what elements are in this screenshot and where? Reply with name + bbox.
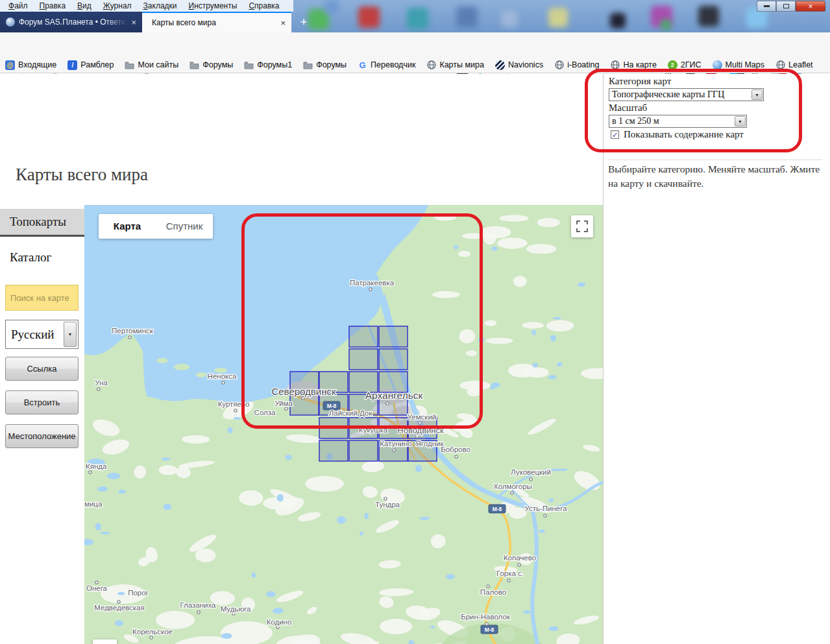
bookmark-2гис[interactable]: 22ГИС (668, 60, 702, 70)
menu-item-журнал[interactable]: Журнал (97, 1, 138, 10)
map-clearing (156, 611, 195, 629)
map-clearing (497, 237, 528, 248)
bookmark-i-boating[interactable]: i-Boating (554, 60, 599, 70)
bookmark-входящие[interactable]: @Входящие (5, 60, 56, 70)
map-lake (221, 633, 232, 639)
scale-select[interactable]: в 1 см 250 м ▼ (609, 115, 747, 128)
map-tile[interactable] (349, 372, 378, 392)
sidebar-button-встроить[interactable]: Встроить (5, 390, 79, 414)
map-place-label: Лайский Док (329, 409, 373, 417)
chevron-down-icon[interactable]: ▼ (735, 116, 746, 126)
map-place-label: Кодино (267, 618, 292, 626)
bookmark-форумы[interactable]: Форумы (189, 60, 233, 70)
bookmark-карты-мира[interactable]: Карты мира (426, 60, 484, 70)
sidebar-tab-topokarty[interactable]: Топокарты (0, 209, 84, 237)
bookmark-форумы1[interactable]: Форумы1 (244, 60, 292, 70)
map-place-label: Медведевская (94, 604, 144, 612)
map-place-label: Пертоминск (112, 327, 154, 335)
bookmark-рамблер[interactable]: /Рамблер (67, 60, 114, 70)
map-lake (548, 499, 554, 503)
map-canvas[interactable]: М-8М-8М-8ПатракеевкаПертоминскУнаНенокса… (84, 205, 603, 644)
map-clearing (465, 350, 476, 356)
maximize-button[interactable] (776, 1, 796, 12)
map-lake (115, 620, 123, 626)
map-tile[interactable] (349, 440, 378, 461)
map-place-label: Холмогоры (493, 483, 532, 490)
menu-item-файл[interactable]: Файл (3, 1, 34, 10)
category-select[interactable]: Топографические карты ГГЦ ▼ (609, 88, 764, 101)
menu-item-правка[interactable]: Правка (34, 1, 72, 10)
map-lake (491, 246, 497, 250)
map-tile[interactable] (349, 349, 378, 370)
window-controls: × (757, 1, 825, 12)
map-lake (360, 532, 363, 536)
tab-close-icon[interactable]: × (131, 18, 136, 27)
map-clearing (221, 621, 273, 644)
menu-item-инструменты[interactable]: Инструменты (183, 1, 243, 10)
map-lake (277, 494, 284, 502)
map-tile[interactable] (319, 418, 348, 438)
map-tile[interactable] (379, 349, 408, 370)
map-type-karta-button[interactable]: Карта (99, 214, 156, 239)
sidebar-button-ссылка[interactable]: Ссылка (5, 357, 79, 381)
map-place-dot (128, 336, 131, 339)
language-select[interactable]: Русский ▼ (5, 320, 79, 349)
map-lake (107, 473, 120, 479)
map-lake (446, 574, 454, 579)
new-tab-button[interactable]: + (295, 14, 312, 30)
map-place-dot (285, 407, 287, 410)
map-clearing (486, 338, 513, 344)
menu-item-вид[interactable]: Вид (71, 1, 97, 10)
map-lake (532, 329, 536, 335)
map-place-label: Брин-Наволок (461, 613, 511, 621)
bookmark-leaflet[interactable]: Leaflet (775, 60, 813, 70)
map-tile[interactable] (349, 326, 378, 347)
search-on-map-button[interactable]: Поиск на карте (5, 285, 79, 311)
bookmark-label: Карты мира (439, 60, 484, 69)
map-container[interactable]: Карта Спутник + − Google Картографически… (84, 205, 603, 644)
bookmark-label: Multi Maps (726, 60, 764, 69)
close-button[interactable]: × (796, 1, 825, 12)
map-place-dot (487, 585, 489, 588)
map-place-dot (197, 611, 200, 614)
road-badge-label: М-8 (327, 403, 337, 409)
bookmark-multi-maps[interactable]: Multi Maps (713, 60, 764, 70)
road-badge-label: М-8 (485, 626, 494, 633)
bookmark-переводчик[interactable]: GПереводчик (358, 60, 415, 70)
map-place-dot (485, 623, 488, 625)
bookmark-мои-сайты[interactable]: Мои сайты (125, 60, 178, 70)
map-tile[interactable] (379, 326, 408, 347)
bookmark-navionics[interactable]: Navionics (495, 60, 543, 70)
chevron-down-icon[interactable]: ▼ (64, 322, 77, 347)
map-lake (415, 465, 422, 472)
map-type-sputnik-button[interactable]: Спутник (156, 214, 213, 239)
tab-karty-vsego-mira[interactable]: Карты всего мира × (142, 12, 291, 32)
chevron-down-icon[interactable]: ▼ (751, 89, 763, 100)
sidebar-link-catalog[interactable]: Каталог (10, 250, 51, 265)
map-place-dot (530, 478, 532, 481)
map-lake (419, 517, 430, 520)
menu-item-закладки[interactable]: Закладки (138, 1, 183, 10)
menu-item-справка[interactable]: Справка (243, 1, 285, 10)
sphere-icon (713, 60, 722, 70)
tab-forum-sas-planeta[interactable]: Форум SAS.Планета • Ответит × (0, 12, 142, 32)
map-place-label: Уйма (275, 400, 293, 407)
sidebar-button-местоположение[interactable]: Местоположение (5, 424, 79, 448)
map-clearing (537, 218, 560, 227)
zoom-in-button[interactable]: + (93, 639, 117, 644)
bookmark-форумы[interactable]: Форумы (303, 60, 347, 70)
tab-close-icon[interactable]: × (280, 18, 286, 28)
bookmark-на-карте[interactable]: На карте (610, 60, 656, 70)
language-value: Русский (6, 328, 62, 342)
map-lake (266, 591, 275, 597)
map-tile[interactable] (379, 372, 408, 392)
bookmark-label: На карте (623, 60, 656, 69)
map-islet (196, 372, 206, 377)
show-map-contents-checkbox[interactable]: ✓ (611, 130, 619, 139)
map-lake (539, 530, 545, 533)
fullscreen-button[interactable] (571, 215, 593, 237)
map-place-label: Кянда (86, 462, 107, 470)
menu-bar: ФайлПравкаВидЖурналЗакладкиИнструментыСп… (0, 0, 293, 12)
minimize-button[interactable] (757, 1, 776, 12)
map-tile[interactable] (319, 440, 348, 461)
